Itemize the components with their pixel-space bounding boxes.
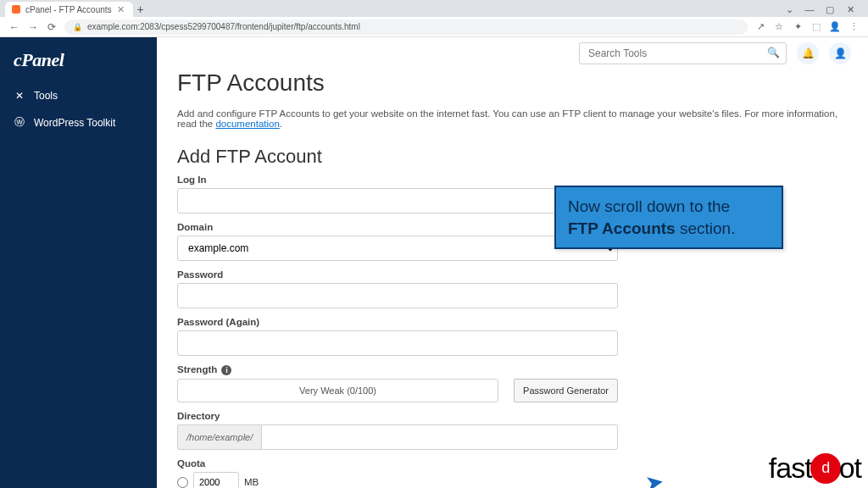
- login-input[interactable]: [177, 188, 593, 214]
- sidebar-item-label: Tools: [34, 90, 58, 102]
- tab-strip: cPanel - FTP Accounts ✕ + ⌄ — ▢ ✕: [0, 0, 868, 17]
- extension-icon[interactable]: ✦: [792, 21, 804, 32]
- maximize-button[interactable]: ▢: [822, 4, 837, 15]
- window-controls: ⌄ — ▢ ✕: [776, 2, 863, 17]
- new-tab-button[interactable]: +: [133, 2, 148, 17]
- directory-prefix: /home/example/: [177, 424, 261, 450]
- puzzle-icon[interactable]: ⬚: [810, 21, 822, 32]
- bell-icon: 🔔: [802, 47, 815, 59]
- section-title: Add FTP Account: [177, 146, 848, 168]
- add-ftp-form: Log In @ Domain example.com Password: [177, 175, 618, 488]
- field-directory: Directory /home/example/: [177, 411, 618, 450]
- sidebar-item-label: WordPress Toolkit: [34, 117, 115, 129]
- quota-unit: MB: [244, 477, 259, 487]
- tab-title: cPanel - FTP Accounts: [25, 5, 112, 14]
- topbar: 🔍 🔔 👤: [157, 37, 868, 69]
- chevron-down-icon[interactable]: ⌄: [782, 4, 797, 15]
- field-password-again: Password (Again): [177, 317, 618, 356]
- intro-text: Add and configure FTP Accounts to get yo…: [177, 108, 848, 129]
- field-quota: Quota MB Unlimited: [177, 458, 618, 488]
- cpanel-logo: cPanel: [0, 47, 157, 83]
- wordpress-icon: ⓦ: [14, 115, 25, 130]
- password-input[interactable]: [177, 283, 618, 308]
- search-wrap: 🔍: [579, 42, 787, 64]
- tutorial-callout: Now scroll down to the FTP Accounts sect…: [554, 186, 783, 249]
- browser-chrome: cPanel - FTP Accounts ✕ + ⌄ — ▢ ✕ ← → ⟳ …: [0, 0, 868, 37]
- search-input[interactable]: [579, 42, 787, 64]
- favicon: [12, 5, 20, 14]
- url-input[interactable]: 🔒 example.com:2083/cpsess5299700487/fron…: [64, 19, 748, 35]
- password-label: Password: [177, 269, 618, 280]
- documentation-link[interactable]: documentation: [215, 119, 279, 129]
- close-icon[interactable]: ✕: [117, 4, 125, 15]
- page-title: FTP Accounts: [177, 69, 848, 97]
- url-text: example.com:2083/cpsess5299700487/fronte…: [87, 22, 360, 31]
- lock-icon: 🔒: [73, 23, 82, 31]
- tools-icon: ✕: [14, 90, 25, 102]
- content: FTP Accounts Add and configure FTP Accou…: [157, 69, 868, 488]
- browser-tab[interactable]: cPanel - FTP Accounts ✕: [5, 2, 133, 17]
- profile-icon[interactable]: 👤: [829, 21, 841, 32]
- notifications-button[interactable]: 🔔: [797, 42, 819, 64]
- user-icon: 👤: [834, 47, 847, 59]
- account-button[interactable]: 👤: [829, 42, 851, 64]
- field-login: Log In @: [177, 175, 618, 214]
- sidebar-item-wordpress-toolkit[interactable]: ⓦ WordPress Toolkit: [0, 108, 157, 136]
- nav-back-button[interactable]: ←: [8, 21, 20, 33]
- strength-label: Strength i: [177, 364, 618, 375]
- domain-label: Domain: [177, 222, 618, 232]
- field-password: Password: [177, 269, 618, 308]
- quota-label: Quota: [177, 458, 618, 469]
- sidebar: cPanel ✕ Tools ⓦ WordPress Toolkit: [0, 37, 157, 488]
- login-label: Log In: [177, 175, 618, 185]
- main: 🔍 🔔 👤 FTP Accounts Add and configure FTP…: [157, 37, 868, 488]
- search-icon[interactable]: 🔍: [767, 47, 780, 58]
- field-strength: Strength i Very Weak (0/100) Password Ge…: [177, 364, 618, 402]
- quota-limited-radio[interactable]: [177, 477, 188, 488]
- domain-select[interactable]: example.com: [177, 236, 618, 261]
- toolbar-icons: ↗ ☆ ✦ ⬚ 👤 ⋮: [754, 21, 860, 32]
- quota-option-limited[interactable]: MB: [177, 472, 618, 488]
- info-icon[interactable]: i: [221, 365, 231, 375]
- strength-meter: Very Weak (0/100): [177, 379, 498, 402]
- quota-value-input[interactable]: [193, 472, 239, 488]
- star-icon[interactable]: ☆: [773, 21, 785, 32]
- app: cPanel ✕ Tools ⓦ WordPress Toolkit 🔍 🔔 👤…: [0, 37, 868, 488]
- fastdot-logo: fastdot: [769, 452, 861, 485]
- field-domain: Domain example.com: [177, 222, 618, 261]
- nav-forward-button[interactable]: →: [27, 21, 39, 33]
- password-again-label: Password (Again): [177, 317, 618, 327]
- sidebar-item-tools[interactable]: ✕ Tools: [0, 83, 157, 108]
- menu-icon[interactable]: ⋮: [848, 21, 860, 32]
- share-icon[interactable]: ↗: [754, 21, 766, 32]
- directory-input[interactable]: [261, 424, 618, 450]
- password-again-input[interactable]: [177, 330, 618, 356]
- password-generator-button[interactable]: Password Generator: [514, 379, 618, 402]
- minimize-button[interactable]: —: [802, 4, 817, 14]
- reload-button[interactable]: ⟳: [46, 21, 58, 33]
- address-bar: ← → ⟳ 🔒 example.com:2083/cpsess529970048…: [0, 17, 868, 37]
- directory-label: Directory: [177, 411, 618, 421]
- close-button[interactable]: ✕: [843, 4, 858, 15]
